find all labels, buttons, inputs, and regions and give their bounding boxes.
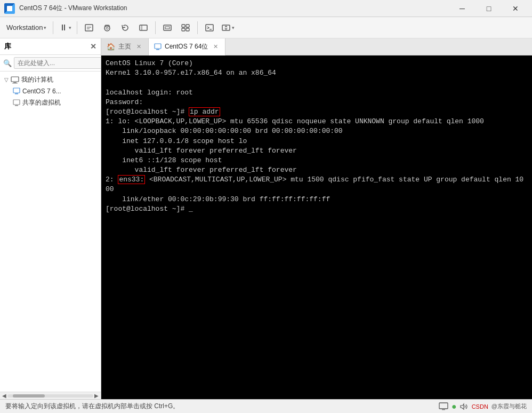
toolbar-sep-4 bbox=[197, 21, 198, 34]
status-icons: ● CSDN @东霞与栀花 bbox=[439, 402, 527, 411]
search-input[interactable] bbox=[14, 57, 101, 69]
svg-rect-7 bbox=[182, 25, 185, 27]
main-area: 库 ✕ 🔍 ▾ ▽ 我的计算机 CentOS 7 6... 共享的虚拟机 bbox=[0, 38, 532, 399]
maximize-button[interactable]: □ bbox=[477, 0, 501, 17]
shared-label: 共享的虚拟机 bbox=[22, 98, 61, 107]
svg-point-2 bbox=[106, 27, 108, 29]
sidebar-title: 库 bbox=[4, 42, 11, 51]
computer-icon bbox=[11, 76, 19, 84]
my-computer-label: 我的计算机 bbox=[21, 75, 53, 84]
scroll-right-arrow[interactable]: ▶ bbox=[93, 393, 100, 399]
centos-tab-label: CentOS 7 64位 bbox=[165, 42, 208, 51]
expand-icon: ▽ bbox=[4, 77, 9, 83]
svg-rect-20 bbox=[15, 105, 18, 106]
svg-rect-0 bbox=[85, 25, 93, 31]
pause-button[interactable]: ⏸ ▾ bbox=[57, 19, 74, 36]
home-tab-icon: 🏠 bbox=[107, 43, 115, 51]
workstation-menu[interactable]: Workstation ▾ bbox=[3, 19, 50, 36]
revert-button[interactable] bbox=[117, 19, 134, 36]
tab-home[interactable]: 🏠 主页 ✕ bbox=[101, 38, 149, 55]
sidebar-item-centos[interactable]: CentOS 7 6... bbox=[0, 86, 101, 97]
svg-rect-21 bbox=[155, 44, 161, 49]
fullscreen-button[interactable] bbox=[159, 19, 176, 36]
vm-settings-button[interactable] bbox=[135, 19, 152, 36]
term-line-16: [root@localhost ~]# _ bbox=[106, 204, 528, 214]
sidebar-search-bar[interactable]: 🔍 ▾ bbox=[0, 55, 101, 72]
centos-tab-icon bbox=[154, 43, 162, 51]
centos-tab-close[interactable]: ✕ bbox=[211, 43, 220, 51]
svg-rect-5 bbox=[164, 25, 171, 30]
svg-rect-24 bbox=[442, 409, 445, 410]
svg-rect-8 bbox=[186, 25, 189, 27]
content-area: 🏠 主页 ✕ CentOS 7 64位 ✕ CentOS Linux 7 (Co… bbox=[101, 38, 532, 399]
close-button[interactable]: ✕ bbox=[503, 0, 528, 17]
status-bar: 要将输入定向到该虚拟机，请在虚拟机内部单击或按 Ctrl+G。 ● CSDN @… bbox=[0, 399, 532, 413]
term-line-1: CentOS Linux 7 (Core) bbox=[106, 59, 528, 68]
svg-rect-22 bbox=[156, 49, 159, 50]
term-line-13: 2: ens33: <BROADCAST,MULTICAST,UP,LOWER_… bbox=[106, 175, 528, 185]
status-vm-icon bbox=[439, 402, 448, 411]
status-sound-icon bbox=[460, 403, 469, 410]
term-line-6: [root@localhost ~]# ip addr bbox=[106, 107, 528, 117]
workstation-dropdown-arrow: ▾ bbox=[44, 25, 46, 30]
workstation-label: Workstation bbox=[6, 23, 43, 31]
scroll-track[interactable] bbox=[7, 394, 93, 398]
window-title: CentOS 7 64位 - VMware Workstation bbox=[19, 4, 450, 13]
search-icon: 🔍 bbox=[3, 59, 12, 67]
terminal-display[interactable]: CentOS Linux 7 (Core) Kernel 3.10.0-957.… bbox=[101, 55, 532, 399]
ens33-highlight: ens33: bbox=[118, 175, 145, 184]
resize-dropdown-arrow: ▾ bbox=[232, 25, 235, 30]
status-dot: ● bbox=[452, 402, 457, 411]
term-line-9: inet 127.0.0.1/8 scope host lo bbox=[106, 137, 528, 146]
title-bar: CentOS 7 64位 - VMware Workstation ─ □ ✕ bbox=[0, 0, 532, 17]
term-line-5: Password: bbox=[106, 98, 528, 107]
centos-label: CentOS 7 6... bbox=[22, 88, 61, 95]
pause-icon: ⏸ bbox=[59, 23, 68, 33]
sidebar-header: 库 ✕ bbox=[0, 38, 101, 55]
vm-icon bbox=[13, 88, 20, 95]
minimize-button[interactable]: ─ bbox=[450, 0, 474, 17]
toolbar-sep-2 bbox=[77, 21, 77, 34]
pause-dropdown-arrow: ▾ bbox=[69, 25, 71, 30]
svg-rect-10 bbox=[186, 28, 189, 31]
term-line-11: inet6 ::1/128 scope host bbox=[106, 156, 528, 165]
term-line-4: localhost login: root bbox=[106, 88, 528, 98]
svg-rect-17 bbox=[13, 88, 20, 93]
term-line-2: Kernel 3.10.0-957.el7.x86_64 on an x86_6… bbox=[106, 68, 528, 78]
sidebar-scrollbar[interactable]: ◀ ▶ bbox=[0, 392, 101, 399]
app-icon bbox=[4, 3, 15, 14]
term-line-12: valid_lft forever preferred_lft forever bbox=[106, 165, 528, 175]
unity-button[interactable] bbox=[177, 19, 194, 36]
status-user-text: @东霞与栀花 bbox=[491, 402, 527, 410]
scroll-left-arrow[interactable]: ◀ bbox=[1, 393, 7, 399]
toolbar: Workstation ▾ ⏸ ▾ ▾ bbox=[0, 17, 532, 38]
toolbar-sep-3 bbox=[155, 21, 156, 34]
svg-rect-6 bbox=[165, 27, 170, 29]
term-line-3 bbox=[106, 78, 528, 88]
term-line-14: 00 bbox=[106, 185, 528, 194]
svg-rect-9 bbox=[182, 28, 185, 31]
toolbar-sep-1 bbox=[53, 21, 53, 34]
scroll-thumb[interactable] bbox=[13, 394, 45, 398]
sidebar-item-my-computer[interactable]: ▽ 我的计算机 bbox=[0, 74, 101, 86]
svg-rect-23 bbox=[439, 403, 448, 409]
ip-addr-highlight: ip addr bbox=[189, 107, 220, 116]
snapshot-button[interactable] bbox=[99, 19, 116, 36]
sidebar-close-icon[interactable]: ✕ bbox=[90, 42, 96, 51]
status-brand-text: CSDN bbox=[472, 403, 488, 410]
svg-rect-18 bbox=[15, 93, 18, 94]
terminal-button[interactable] bbox=[201, 19, 218, 36]
tab-centos[interactable]: CentOS 7 64位 ✕ bbox=[149, 38, 225, 55]
svg-rect-14 bbox=[11, 77, 19, 82]
term-line-10: valid_lft forever preferred_lft forever bbox=[106, 146, 528, 156]
sidebar-tree: ▽ 我的计算机 CentOS 7 6... 共享的虚拟机 bbox=[0, 72, 101, 392]
svg-rect-3 bbox=[140, 25, 147, 30]
home-tab-close[interactable]: ✕ bbox=[134, 43, 143, 51]
sidebar-item-shared[interactable]: 共享的虚拟机 bbox=[0, 97, 101, 109]
window-controls: ─ □ ✕ bbox=[450, 0, 528, 17]
term-line-7: 1: lo: <LOOPBACK,UP,LOWER_UP> mtu 65536 … bbox=[106, 117, 528, 126]
resize-button[interactable]: ▾ bbox=[219, 19, 236, 36]
term-line-15: link/ether 00:0c:29:0b:99:30 brd ff:ff:f… bbox=[106, 195, 528, 204]
send-ctrlaltdel-button[interactable] bbox=[80, 19, 98, 36]
sidebar: 库 ✕ 🔍 ▾ ▽ 我的计算机 CentOS 7 6... 共享的虚拟机 bbox=[0, 38, 101, 399]
